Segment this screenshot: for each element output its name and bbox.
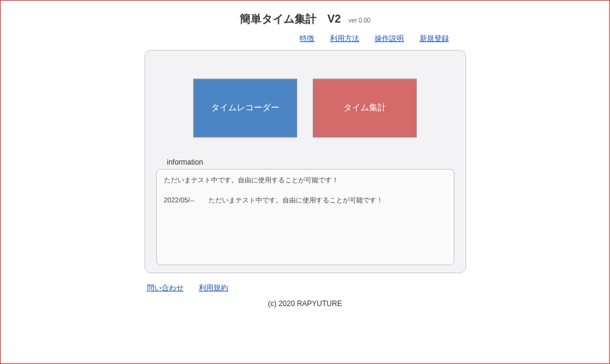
nav-usage[interactable]: 利用方法 bbox=[330, 34, 359, 43]
main-panel: タイムレコーダー タイム集計 information ただいまテスト中です。自由… bbox=[145, 50, 466, 273]
info-date: 2022/05/-- bbox=[164, 196, 207, 204]
time-recorder-label: タイムレコーダー bbox=[211, 102, 279, 113]
header: 簡単タイム集計 V2 ver 0.00 bbox=[145, 4, 466, 31]
terms-link[interactable]: 利用規約 bbox=[199, 284, 228, 292]
contact-link[interactable]: 問い合わせ bbox=[147, 284, 184, 292]
time-summary-label: タイム集計 bbox=[343, 102, 386, 113]
button-row: タイムレコーダー タイム集計 bbox=[156, 62, 454, 154]
information-heading: information bbox=[167, 158, 454, 166]
nav-register[interactable]: 新規登録 bbox=[420, 34, 449, 43]
nav-instructions[interactable]: 操作説明 bbox=[375, 34, 404, 43]
version-label: ver 0.00 bbox=[348, 17, 370, 24]
nav-features[interactable]: 特徴 bbox=[300, 34, 314, 43]
info-line-1: ただいまテスト中です。自由に使用することが可能です！ bbox=[164, 176, 447, 185]
page-title: 簡単タイム集計 V2 bbox=[240, 12, 341, 26]
copyright: (c) 2020 RAPYUTURE bbox=[145, 297, 466, 312]
info-line-2: 2022/05/-- ただいまテスト中です。自由に使用することが可能です！ bbox=[164, 196, 447, 205]
information-box: ただいまテスト中です。自由に使用することが可能です！ 2022/05/-- ただ… bbox=[156, 169, 454, 265]
info-text: ただいまテスト中です。自由に使用することが可能です！ bbox=[209, 196, 383, 204]
time-recorder-button[interactable]: タイムレコーダー bbox=[193, 79, 297, 137]
time-summary-button[interactable]: タイム集計 bbox=[313, 79, 417, 137]
app-container: 簡単タイム集計 V2 ver 0.00 特徴 利用方法 操作説明 新規登録 タイ… bbox=[145, 4, 466, 312]
top-nav: 特徴 利用方法 操作説明 新規登録 bbox=[145, 31, 466, 50]
footer-links: 問い合わせ 利用規約 bbox=[145, 273, 466, 297]
